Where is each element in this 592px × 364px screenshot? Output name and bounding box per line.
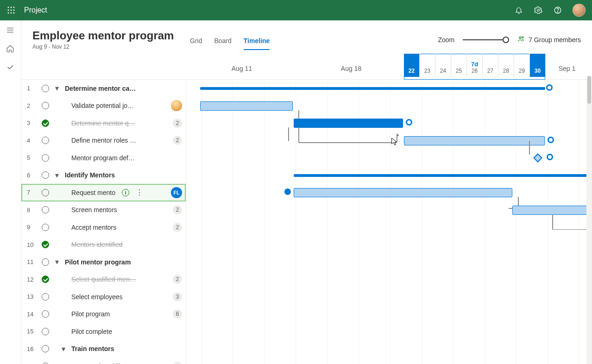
status-toggle[interactable] (42, 102, 49, 109)
status-toggle[interactable] (42, 276, 49, 283)
status-toggle[interactable] (42, 241, 49, 248)
gantt-row[interactable] (186, 97, 592, 115)
chevron-down-icon[interactable]: ▾ (60, 345, 67, 353)
task-row[interactable]: 8 Screen mentors 2 (21, 201, 186, 219)
gantt-row[interactable] (186, 323, 592, 340)
status-toggle[interactable] (42, 293, 49, 301)
scrollbar-thumb[interactable] (587, 76, 591, 104)
assignee-initials[interactable]: FL (171, 187, 182, 198)
selection-days: 22 23 24 25 26 27 28 29 30 (404, 54, 546, 77)
task-row[interactable]: 7 Request mento i ⋮ FL (21, 184, 186, 201)
gantt-row[interactable] (186, 132, 592, 150)
assignee-avatar[interactable] (171, 100, 182, 111)
task-row[interactable]: 15 Pilot complete (21, 323, 186, 340)
gantt-row[interactable] (186, 288, 592, 306)
status-toggle[interactable] (42, 345, 49, 352)
svg-point-9 (537, 9, 540, 12)
task-row[interactable]: 12 Select qualified men… 2 (21, 271, 186, 289)
gantt-row[interactable] (186, 184, 592, 201)
svg-point-7 (11, 13, 12, 14)
gantt-row[interactable] (186, 358, 592, 364)
tab-grid[interactable]: Grid (190, 37, 202, 50)
task-row[interactable]: 16 ▾ Train mentors (21, 340, 186, 358)
gantt-row[interactable] (186, 306, 592, 323)
menu-icon[interactable] (6, 26, 15, 35)
status-toggle[interactable] (42, 328, 49, 335)
gantt-row[interactable] (186, 253, 592, 271)
status-toggle[interactable] (42, 258, 49, 266)
gantt-row[interactable] (186, 149, 592, 167)
notifications-icon[interactable] (514, 6, 523, 15)
task-bar[interactable] (512, 206, 592, 215)
task-row[interactable]: 3 Determine mentor q… 2 (21, 114, 186, 132)
zoom-slider[interactable] (463, 36, 509, 44)
status-toggle[interactable] (42, 310, 49, 318)
sel-day[interactable]: 23 (420, 54, 435, 77)
summary-bar[interactable] (200, 87, 545, 90)
milestone-icon[interactable] (533, 153, 542, 163)
task-row[interactable]: 4 Define mentor roles … 2 (21, 132, 186, 150)
gantt-row[interactable] (186, 236, 592, 254)
status-toggle[interactable] (42, 206, 49, 213)
info-icon[interactable]: i (122, 189, 129, 196)
task-bar[interactable] (404, 136, 545, 145)
task-row[interactable]: 13 Select employees 3 (21, 288, 186, 306)
home-icon[interactable] (6, 44, 15, 54)
task-row[interactable]: 1 ▾ Determine mentor ca… (21, 80, 186, 97)
task-row[interactable]: 11 ▾ Pilot mentor program (21, 253, 186, 271)
vertical-scrollbar[interactable] (586, 76, 592, 364)
gantt-row[interactable] (186, 340, 592, 358)
tab-board[interactable]: Board (214, 37, 231, 50)
settings-icon[interactable] (534, 6, 543, 15)
help-icon[interactable] (553, 6, 562, 15)
chevron-down-icon[interactable]: ▾ (54, 171, 60, 180)
gantt-row[interactable] (186, 201, 592, 219)
task-row[interactable]: 10 Mentors identified (21, 236, 186, 254)
app-launcher-icon[interactable] (6, 6, 16, 15)
task-bar[interactable] (294, 119, 403, 128)
gantt-chart[interactable] (186, 80, 592, 364)
status-toggle[interactable] (42, 137, 49, 144)
sel-day[interactable]: 27 (483, 54, 498, 77)
sel-day[interactable]: 25 (451, 54, 467, 77)
status-toggle[interactable] (42, 119, 49, 127)
chevron-down-icon[interactable]: ▾ (54, 84, 60, 93)
sel-day[interactable]: 24 (435, 54, 451, 77)
sel-day[interactable]: 29 (514, 54, 530, 77)
sel-day[interactable]: 22 (404, 54, 420, 77)
sel-day[interactable]: 28 (498, 54, 514, 77)
gantt-row[interactable] (186, 80, 592, 97)
chevron-down-icon[interactable]: ▾ (54, 257, 60, 266)
task-bar[interactable] (200, 101, 293, 111)
task-row[interactable]: 2 Validate potential jo… (21, 97, 186, 115)
status-toggle[interactable] (42, 171, 49, 179)
user-avatar[interactable] (573, 4, 586, 17)
task-row[interactable]: 9 Accept mentors 2 (21, 219, 186, 236)
gantt-row[interactable] (186, 271, 592, 289)
more-options-icon[interactable]: ⋮ (136, 190, 143, 195)
gantt-row[interactable] (186, 219, 592, 236)
gantt-row[interactable] (186, 114, 592, 132)
app-name[interactable]: Project (24, 6, 47, 14)
tab-timeline[interactable]: Timeline (244, 37, 270, 50)
sel-day[interactable]: 26 (467, 54, 483, 77)
task-row[interactable]: 6 ▾ Identify Mentors (21, 167, 186, 184)
status-toggle[interactable] (42, 85, 49, 92)
task-bar[interactable] (294, 188, 512, 197)
status-toggle[interactable] (42, 224, 49, 231)
check-icon[interactable] (6, 63, 15, 72)
task-row[interactable]: 14 Pilot program 6 (21, 306, 186, 323)
task-row[interactable]: 5 Mentor program def… (21, 149, 186, 167)
task-row[interactable]: 17 Determine skills g… 2 (21, 358, 186, 364)
sel-day[interactable]: 30 (530, 54, 546, 77)
status-toggle[interactable] (42, 189, 49, 196)
header-right: Zoom 7 Group members (438, 35, 581, 44)
bar-end-circle-icon (406, 119, 412, 126)
status-toggle[interactable] (42, 154, 49, 162)
svg-point-2 (13, 7, 15, 8)
tick-aug11: Aug 11 (232, 65, 252, 72)
gantt-row[interactable] (186, 167, 592, 184)
count-badge: 6 (173, 309, 182, 319)
group-members-button[interactable]: 7 Group members (517, 35, 581, 44)
summary-bar[interactable] (294, 174, 592, 177)
